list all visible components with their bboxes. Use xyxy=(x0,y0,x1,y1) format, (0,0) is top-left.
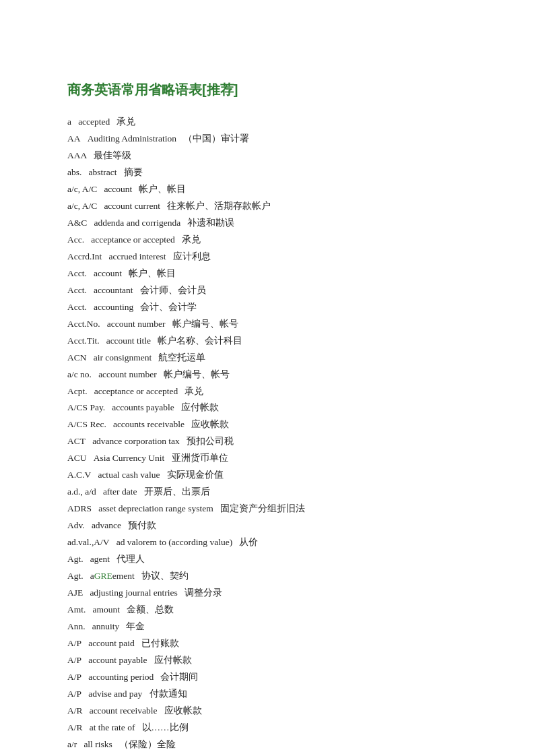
list-item: Amt. amount 金额、总数 xyxy=(67,602,467,619)
list-item: Acct. accountant 会计师、会计员 xyxy=(67,282,467,299)
list-item: AAA 最佳等级 xyxy=(67,148,467,164)
list-item: Acct.No. account number 帐户编号、帐号 xyxy=(67,316,467,333)
list-item: Acct. accounting 会计、会计学 xyxy=(67,299,467,316)
list-item: Adv. advance 预付款 xyxy=(67,517,467,534)
list-item: a/c, A/C account current 往来帐户、活期存款帐户 xyxy=(67,198,467,215)
list-item: A/P account paid 已付账款 xyxy=(67,635,467,652)
list-item: a/c, A/C account 帐户、帐目 xyxy=(67,181,467,198)
list-item: a accepted 承兑 xyxy=(67,114,467,131)
list-item: ACT advance corporation tax 预扣公司税 xyxy=(67,433,467,450)
page-title: 商务英语常用省略语表[推荐] xyxy=(67,81,467,99)
list-item: ADRS asset depreciation range system 固定资… xyxy=(67,501,467,517)
list-item: ACU Asia Currency Unit 亚洲货币单位 xyxy=(67,450,467,467)
list-item: Arr. arrivals, arrived 到货、到船 xyxy=(67,753,467,756)
list-item: A&C addenda and corrigenda 补遗和勘误 xyxy=(67,215,467,232)
list-item: A/R account receivable 应收帐款 xyxy=(67,703,467,720)
list-item: abs. abstract 摘要 xyxy=(67,164,467,181)
list-item: ad.val.,A/V ad valorem to (according val… xyxy=(67,534,467,551)
list-item: A/CS Pay. accounts payable 应付帐款 xyxy=(67,400,467,416)
list-item: A/R at the rate of 以……比例 xyxy=(67,720,467,736)
list-item: A/P advise and pay 付款通知 xyxy=(67,686,467,703)
list-item: Acc. acceptance or accepted 承兑 xyxy=(67,232,467,249)
list-item: Ann. annuity 年金 xyxy=(67,619,467,635)
list-item: Acpt. acceptance or accepted 承兑 xyxy=(67,383,467,400)
list-item: a.d., a/d after date 开票后、出票后 xyxy=(67,484,467,501)
list-item: Acct. account 帐户、帐目 xyxy=(67,265,467,282)
list-item: Agt. aGREement 协议、契约 xyxy=(67,568,467,585)
list-item: AA Auditing Administration （中国）审计署 xyxy=(67,131,467,148)
list-item: A/P account payable 应付帐款 xyxy=(67,652,467,669)
list-item: AJE adjusting journal entries 调整分录 xyxy=(67,585,467,602)
list-item: Accrd.Int accrued interest 应计利息 xyxy=(67,249,467,265)
list-item: A/P accounting period 会计期间 xyxy=(67,669,467,686)
list-item: A.C.V actual cash value 实际现金价值 xyxy=(67,467,467,484)
list-item: a/c no. account number 帐户编号、帐号 xyxy=(67,367,467,383)
list-item: ACN air consignment 航空托运单 xyxy=(67,350,467,367)
list-item: A/CS Rec. accounts receivable 应收帐款 xyxy=(67,416,467,433)
list-item: a/r all risks （保险）全险 xyxy=(67,736,467,753)
list-item: Agt. agent 代理人 xyxy=(67,551,467,568)
entries-list: a accepted 承兑AA Auditing Administration … xyxy=(67,114,467,756)
list-item: Acct.Tit. account title 帐户名称、会计科目 xyxy=(67,333,467,350)
